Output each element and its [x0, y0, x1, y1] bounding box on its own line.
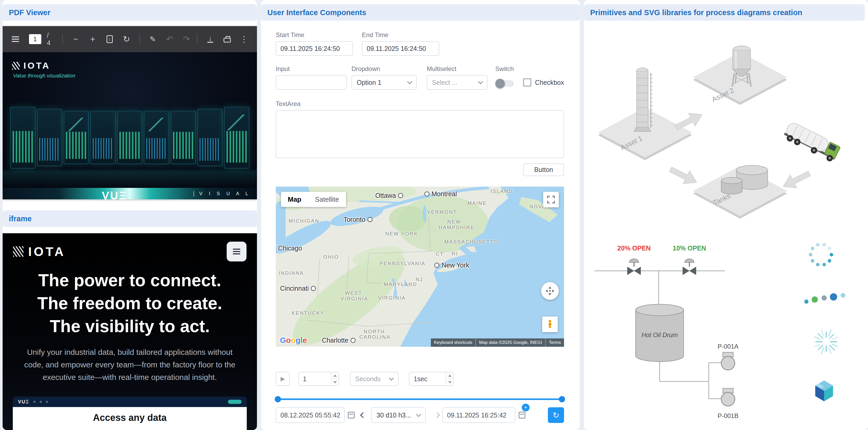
print-button[interactable]: [221, 32, 234, 46]
hero-heading: The power to connect. The freedom to cre…: [3, 269, 257, 338]
burst-spinner: [811, 326, 842, 360]
fit-page-button[interactable]: ↕: [103, 32, 116, 46]
rotate-icon: ↻: [123, 34, 130, 44]
step-count-stepper[interactable]: [298, 372, 339, 386]
annotate-button[interactable]: ✎: [146, 32, 160, 46]
step-count-input[interactable]: [299, 372, 331, 385]
primitives-panel-header: Primitives and SVG libraries for process…: [584, 4, 865, 21]
pump-symbol[interactable]: [721, 388, 735, 406]
pending-change-badge: +: [522, 404, 530, 411]
street-view-pegman-button[interactable]: [542, 317, 558, 332]
pump-symbol[interactable]: [721, 352, 735, 370]
pid-diagram: 20% OPEN 10% OPEN Hot Oil Drum P-001A P-…: [584, 219, 793, 430]
refresh-button[interactable]: ↻: [548, 407, 564, 423]
fullscreen-icon: [547, 195, 555, 204]
terms-link[interactable]: Terms: [545, 338, 564, 347]
playback-controls: ▶ Seconds: [276, 372, 564, 386]
multiselect-placeholder: Select ...: [432, 79, 479, 86]
refresh-icon: ↻: [553, 411, 559, 420]
generic-button[interactable]: Button: [523, 163, 564, 176]
valve-symbol[interactable]: [627, 259, 641, 275]
end-time-input[interactable]: [362, 41, 439, 56]
tanker-truck: [782, 121, 841, 163]
redo-button[interactable]: ↷: [180, 32, 193, 46]
step-down-button[interactable]: [332, 379, 338, 385]
redo-icon: ↷: [183, 34, 190, 44]
triangle-down-icon: [333, 381, 337, 384]
triangle-up-icon: [448, 374, 452, 377]
play-button[interactable]: ▶: [276, 372, 290, 386]
calendar-icon[interactable]: [348, 412, 354, 419]
map-fullscreen-button[interactable]: [543, 192, 559, 207]
slide-tagline: Value through visualization: [13, 73, 75, 79]
pdf-page-number-input[interactable]: 1: [29, 34, 41, 44]
floor-reflection: [3, 170, 257, 188]
rotate-button[interactable]: ↻: [120, 32, 133, 46]
speed-down-button[interactable]: [446, 379, 453, 385]
pdf-panel-header: PDF Viewer: [3, 4, 257, 21]
google-map[interactable]: OttawaMontrealTorontoNew YorkChicagoCinc…: [276, 187, 564, 347]
more-options-button[interactable]: ⋮: [237, 32, 251, 46]
keyboard-shortcuts-link[interactable]: Keyboard shortcuts: [431, 338, 475, 347]
chevron-down-icon: [407, 79, 412, 84]
speed-input[interactable]: [409, 372, 446, 385]
map-pan-button[interactable]: [541, 282, 559, 300]
range-start-input[interactable]: [276, 407, 345, 423]
zoom-out-button[interactable]: −: [69, 32, 83, 46]
speed-up-button[interactable]: [446, 372, 453, 379]
checkbox[interactable]: [523, 78, 531, 87]
map-type-control: Map Satellite: [281, 192, 346, 207]
pdf-sidebar-toggle-button[interactable]: [9, 32, 22, 46]
start-time-input[interactable]: [276, 41, 353, 56]
text-input[interactable]: [276, 75, 347, 90]
map-tab[interactable]: Map: [281, 192, 308, 207]
menu-dot: [46, 401, 48, 403]
google-logo-letter: g: [296, 336, 300, 345]
google-logo-letter: l: [300, 336, 302, 345]
valve2-status-label: 10% OPEN: [673, 244, 706, 252]
cta-pill: [228, 400, 242, 404]
textarea-field[interactable]: [276, 110, 564, 158]
hamburger-icon: [12, 39, 19, 40]
iframe-panel-header: iframe: [3, 210, 257, 227]
slide-brand-name: IOTA: [24, 61, 51, 71]
calendar-icon[interactable]: [519, 412, 525, 419]
chevron-down-icon: [478, 79, 483, 84]
slider-handle-left[interactable]: [275, 396, 281, 402]
ui-panel-title: User Interface Components: [268, 8, 366, 17]
play-icon: ▶: [281, 375, 285, 382]
dots-spinner: [801, 290, 848, 309]
pdf-toolbar: 1 / 4 − + ↕ ↻ ✎ ↶ ↷ ↓ ⋮: [3, 26, 257, 52]
switch-toggle[interactable]: [495, 78, 516, 89]
multiselect-select[interactable]: Select ...: [427, 75, 488, 90]
satellite-tab[interactable]: Satellite: [308, 192, 346, 207]
google-logo[interactable]: Google: [280, 336, 307, 345]
iframe-content[interactable]: IOTA The power to connect. The freedom t…: [3, 233, 257, 430]
window-duration-select[interactable]: 30 d10 h3...: [371, 407, 426, 423]
time-unit-select[interactable]: Seconds: [350, 372, 399, 386]
controls-row: Input Dropdown Option 1 Multiselect Sele…: [276, 65, 564, 90]
step-up-button[interactable]: [332, 372, 338, 379]
time-range-slider[interactable]: [276, 398, 564, 400]
dropdown-select[interactable]: Option 1: [351, 75, 417, 90]
speed-stepper[interactable]: [409, 372, 454, 386]
slide-brand: IOTA Value through visualization: [12, 61, 75, 79]
toolbar-divider: [197, 34, 197, 44]
minus-icon: −: [73, 34, 78, 44]
range-end-input[interactable]: [442, 407, 516, 423]
pdf-page-content[interactable]: IOTA Value through visualization VUΞ V I…: [3, 52, 257, 199]
kebab-icon: ⋮: [240, 34, 248, 44]
chevron-right-icon[interactable]: [434, 412, 440, 418]
zoom-in-button[interactable]: +: [86, 32, 99, 46]
valve-symbol[interactable]: [683, 259, 696, 275]
slide-visual-label: V I S U A L: [193, 191, 251, 196]
left-column: PDF Viewer 1 / 4 − + ↕ ↻ ✎ ↶ ↷ ↓: [3, 0, 257, 430]
download-button[interactable]: ↓: [204, 32, 217, 46]
time-unit-value: Seconds: [355, 375, 390, 383]
slider-handle-right[interactable]: [559, 396, 565, 402]
chevron-left-icon[interactable]: [360, 412, 366, 418]
site-menu-button[interactable]: [227, 242, 247, 261]
menu-dot: [33, 401, 35, 403]
undo-button[interactable]: ↶: [163, 32, 176, 46]
fit-page-icon: ↕: [106, 35, 113, 43]
